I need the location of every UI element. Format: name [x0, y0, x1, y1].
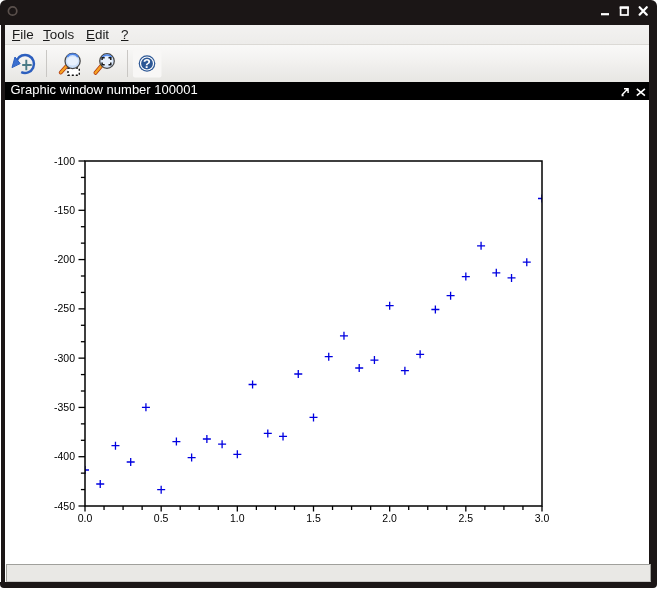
svg-text:1.5: 1.5 [306, 512, 321, 524]
svg-text:1.0: 1.0 [230, 512, 245, 524]
svg-text:2.0: 2.0 [382, 512, 397, 524]
svg-text:-100: -100 [54, 155, 75, 167]
svg-text:0.5: 0.5 [154, 512, 169, 524]
svg-text:-150: -150 [54, 204, 75, 216]
svg-text:-450: -450 [54, 500, 75, 512]
svg-text:-200: -200 [54, 253, 75, 265]
svg-text:-400: -400 [54, 450, 75, 462]
svg-text:-250: -250 [54, 302, 75, 314]
svg-text:-300: -300 [54, 352, 75, 364]
svg-text:-350: -350 [54, 401, 75, 413]
svg-text:3.0: 3.0 [535, 512, 550, 524]
svg-text:?: ? [143, 56, 151, 71]
svg-text:0.0: 0.0 [78, 512, 93, 524]
svg-text:2.5: 2.5 [459, 512, 474, 524]
